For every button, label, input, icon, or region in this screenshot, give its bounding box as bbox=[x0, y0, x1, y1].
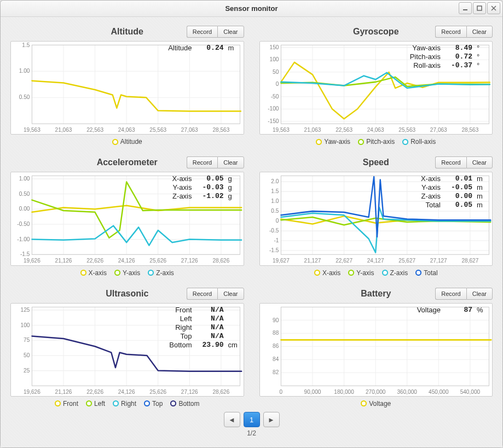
svg-text:21,126: 21,126 bbox=[55, 389, 72, 395]
legend-item: Top bbox=[144, 400, 163, 408]
pager-prev[interactable]: ◄ bbox=[224, 412, 240, 427]
readout-unit: ° bbox=[477, 44, 488, 53]
chart: -1.5-1-0.500.51.01.52.019,62721,12722,62… bbox=[259, 172, 493, 265]
legend-swatch-icon bbox=[55, 400, 61, 406]
svg-text:19,563: 19,563 bbox=[24, 127, 41, 133]
svg-text:25: 25 bbox=[24, 367, 30, 373]
readout-value: 23.90 bbox=[196, 341, 224, 350]
svg-text:21,063: 21,063 bbox=[304, 127, 321, 133]
svg-text:100: 100 bbox=[21, 322, 30, 328]
readouts: Voltage87% bbox=[417, 306, 488, 315]
readout-label: Yaw-axis bbox=[412, 44, 441, 53]
readout-row: Y-axis-0.05m bbox=[421, 183, 488, 192]
clear-button[interactable]: Clear bbox=[466, 288, 493, 300]
svg-text:27,126: 27,126 bbox=[181, 389, 198, 395]
legend-swatch-icon bbox=[361, 400, 367, 406]
record-button[interactable]: Record bbox=[187, 26, 217, 38]
panel-battery: Battery Record Clear 8284868890090,00018… bbox=[259, 287, 493, 408]
record-button[interactable]: Record bbox=[187, 288, 217, 300]
legend-label: Voltage bbox=[369, 400, 391, 408]
readout-row: FrontN/A bbox=[169, 306, 239, 315]
panel-grid: Altitude Record Clear 0.501.001.519,5632… bbox=[10, 25, 493, 408]
readout-label: Altitude bbox=[168, 44, 192, 53]
clear-button[interactable]: Clear bbox=[466, 156, 493, 168]
legend-item: Y-axis bbox=[348, 269, 374, 277]
readout-value: N/A bbox=[196, 332, 224, 341]
readout-label: Front bbox=[175, 306, 192, 315]
readout-value: 0.05 bbox=[445, 201, 472, 210]
legend: X-axisY-axisZ-axis bbox=[10, 266, 244, 277]
record-button[interactable]: Record bbox=[187, 156, 217, 168]
record-button[interactable]: Record bbox=[435, 288, 466, 300]
pager: ◄ 1 ► bbox=[10, 408, 493, 429]
record-button[interactable]: Record bbox=[435, 26, 466, 38]
readout-unit: m bbox=[228, 44, 239, 53]
legend-swatch-icon bbox=[112, 139, 118, 145]
svg-text:22,626: 22,626 bbox=[86, 389, 103, 395]
content-area: Altitude Record Clear 0.501.001.519,5632… bbox=[1, 17, 502, 447]
legend: Voltage bbox=[259, 397, 493, 408]
readout-label: Left bbox=[180, 315, 192, 323]
svg-text:25,563: 25,563 bbox=[398, 127, 415, 133]
close-button[interactable] bbox=[487, 2, 500, 14]
minimize-button[interactable] bbox=[459, 2, 472, 14]
readout-value: N/A bbox=[196, 306, 224, 315]
clear-button[interactable]: Clear bbox=[217, 26, 244, 38]
readout-label: Top bbox=[181, 332, 192, 341]
legend-item: Bottom bbox=[170, 400, 199, 408]
svg-text:75: 75 bbox=[24, 337, 30, 343]
readout-row: X-axis0.01m bbox=[421, 174, 488, 183]
legend-label: Bottom bbox=[178, 400, 199, 408]
svg-text:-1: -1 bbox=[274, 237, 279, 243]
readout-row: Z-axis0.00m bbox=[421, 192, 488, 201]
svg-text:21,063: 21,063 bbox=[55, 127, 72, 133]
svg-text:27,063: 27,063 bbox=[430, 127, 447, 133]
maximize-icon bbox=[477, 5, 482, 11]
readout-value: -0.03 bbox=[196, 183, 224, 192]
svg-text:28,563: 28,563 bbox=[461, 127, 478, 133]
readout-unit bbox=[228, 323, 239, 332]
clear-button[interactable]: Clear bbox=[466, 26, 493, 38]
record-button[interactable]: Record bbox=[435, 156, 466, 168]
maximize-button[interactable] bbox=[473, 2, 486, 14]
legend-label: Pitch-axis bbox=[366, 138, 395, 146]
svg-text:27,127: 27,127 bbox=[430, 258, 447, 264]
legend: Altitude bbox=[10, 135, 244, 146]
svg-text:-0.5: -0.5 bbox=[269, 228, 279, 234]
clear-button[interactable]: Clear bbox=[217, 288, 244, 300]
legend-swatch-icon bbox=[114, 270, 120, 276]
legend-swatch-icon bbox=[402, 139, 408, 145]
svg-text:28,563: 28,563 bbox=[212, 127, 229, 133]
legend-label: Z-axis bbox=[390, 269, 408, 277]
readout-unit: m bbox=[477, 174, 488, 183]
svg-text:28,627: 28,627 bbox=[461, 258, 478, 264]
svg-text:-150: -150 bbox=[268, 118, 279, 124]
legend-item: Total bbox=[415, 269, 437, 277]
pager-next[interactable]: ► bbox=[263, 412, 280, 427]
readout-unit: g bbox=[228, 174, 239, 183]
close-icon bbox=[491, 5, 496, 11]
readouts: X-axis0.05gY-axis-0.03gZ-axis-1.02g bbox=[172, 174, 239, 201]
pager-page-1[interactable]: 1 bbox=[244, 412, 260, 427]
readout-value: 87 bbox=[445, 306, 472, 315]
clear-button[interactable]: Clear bbox=[217, 156, 244, 168]
legend-item: X-axis bbox=[314, 269, 340, 277]
window-title: Sensor monitor bbox=[225, 4, 277, 13]
readouts: Altitude0.24m bbox=[168, 44, 239, 53]
readout-label: X-axis bbox=[421, 174, 441, 183]
legend-swatch-icon bbox=[358, 139, 364, 145]
readout-value: 8.49 bbox=[445, 44, 472, 53]
legend-label: Top bbox=[152, 400, 163, 408]
chevron-right-icon: ► bbox=[268, 416, 275, 424]
svg-rect-24 bbox=[32, 45, 240, 124]
readout-label: Z-axis bbox=[421, 192, 441, 201]
svg-text:19,627: 19,627 bbox=[272, 258, 289, 264]
readout-row: Total0.05m bbox=[421, 201, 488, 210]
legend-item: Z-axis bbox=[382, 269, 408, 277]
legend-item: Altitude bbox=[112, 138, 142, 146]
legend: Yaw-axisPitch-axisRoll-axis bbox=[259, 135, 493, 146]
readout-label: X-axis bbox=[172, 174, 192, 183]
legend-item: Y-axis bbox=[114, 269, 140, 277]
window-controls bbox=[459, 2, 500, 14]
svg-text:-100: -100 bbox=[268, 106, 279, 112]
